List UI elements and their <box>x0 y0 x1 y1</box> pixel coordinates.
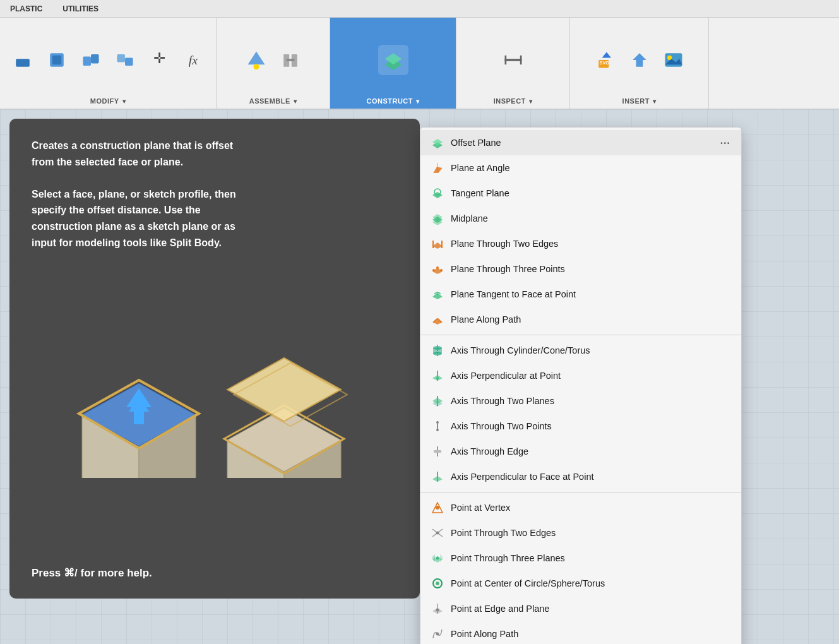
construct-label[interactable]: CONSTRUCT ▾ <box>366 97 419 106</box>
svg-text:fx: fx <box>189 53 198 67</box>
menu-utilities[interactable]: UTILITIES <box>59 3 102 15</box>
assemble-label[interactable]: ASSEMBLE ▾ <box>249 97 297 106</box>
point-two-edges-label: Point Through Two Edges <box>451 528 731 538</box>
menu-item-plane-tangent-face[interactable]: Plane Tangent to Face at Point <box>420 282 741 307</box>
assemble-tool-1[interactable] <box>241 45 271 75</box>
svg-point-79 <box>436 532 439 535</box>
insert-tool-3[interactable] <box>658 45 689 75</box>
tangent-plane-icon <box>431 186 444 200</box>
svg-rect-18 <box>504 56 506 64</box>
svg-point-90 <box>436 633 439 636</box>
toolbar-section-insert: SVG INSERT ▾ <box>570 18 709 109</box>
inspect-dropdown-arrow: ▾ <box>529 98 533 105</box>
menu-item-offset-plane[interactable]: Offset Plane ⋯ <box>420 130 741 155</box>
svg-marker-37 <box>227 358 341 421</box>
svg-rect-17 <box>504 59 521 61</box>
plane-along-path-icon <box>431 313 444 326</box>
menu-item-axis-perp-face[interactable]: Axis Perpendicular to Face at Point <box>420 464 741 489</box>
menu-item-point-along-path[interactable]: Point Along Path <box>420 621 741 644</box>
svg-marker-16 <box>384 53 402 64</box>
modify-tool-2[interactable] <box>42 45 72 75</box>
insert-dropdown-arrow: ▾ <box>653 98 657 105</box>
modify-label[interactable]: MODIFY ▾ <box>90 97 126 106</box>
preview-panel: Creates a construction plane that is off… <box>9 119 420 599</box>
axis-two-planes-icon <box>431 394 444 408</box>
svg-text:SVG: SVG <box>599 60 609 66</box>
menu-item-point-edge-plane[interactable]: Point at Edge and Plane <box>420 596 741 621</box>
menu-item-midplane[interactable]: Midplane <box>420 206 741 231</box>
menu-item-point-vertex[interactable]: Point at Vertex <box>420 495 741 520</box>
assemble-tools <box>241 23 306 97</box>
svg-point-52 <box>432 269 435 271</box>
axis-edge-label: Axis Through Edge <box>451 446 731 456</box>
canvas-area[interactable]: Creates a construction plane that is off… <box>0 109 839 644</box>
menu-item-plane-two-edges[interactable]: Plane Through Two Edges <box>420 231 741 256</box>
menu-item-point-three-planes[interactable]: Point Through Three Planes <box>420 546 741 571</box>
menu-item-axis-cylinder[interactable]: Axis Through Cylinder/Cone/Torus <box>420 338 741 363</box>
axis-perp-point-label: Axis Perpendicular at Point <box>451 371 731 381</box>
menu-item-point-center[interactable]: Point at Center of Circle/Sphere/Torus <box>420 571 741 596</box>
axis-perp-face-icon <box>431 470 444 484</box>
plane-three-points-icon <box>431 262 444 276</box>
midplane-icon <box>431 212 444 225</box>
svg-rect-7 <box>125 57 133 66</box>
offset-plane-icon <box>431 136 444 150</box>
menu-item-plane-along-path[interactable]: Plane Along Path <box>420 307 741 332</box>
menu-item-axis-two-planes[interactable]: Axis Through Two Planes <box>420 388 741 414</box>
menu-item-plane-at-angle[interactable]: Plane at Angle <box>420 155 741 181</box>
modify-tool-3[interactable] <box>76 45 106 75</box>
preview-image <box>32 270 398 484</box>
inspect-label[interactable]: INSPECT ▾ <box>494 97 533 106</box>
modify-tool-1[interactable] <box>8 45 38 75</box>
svg-point-76 <box>436 506 439 510</box>
offset-plane-label: Offset Plane <box>451 138 712 148</box>
menu-item-axis-edge[interactable]: Axis Through Edge <box>420 439 741 464</box>
axis-two-points-icon <box>431 419 444 433</box>
menu-item-axis-two-points[interactable]: Axis Through Two Points <box>420 414 741 439</box>
construct-tools <box>378 23 408 97</box>
axis-edge-icon <box>431 444 444 458</box>
modify-tool-4[interactable] <box>110 45 140 75</box>
menu-item-tangent-plane[interactable]: Tangent Plane <box>420 181 741 206</box>
toolbar-section-modify: ✛ fx MODIFY ▾ <box>0 18 217 109</box>
tangent-plane-label: Tangent Plane <box>451 188 731 198</box>
offset-plane-more[interactable]: ⋯ <box>718 136 731 149</box>
preview-shortcut: Press ⌘/ for more help. <box>32 566 152 580</box>
top-menu-bar: PLASTIC UTILITIES <box>0 0 839 18</box>
inspect-tools <box>498 23 528 97</box>
svg-point-70 <box>436 429 439 431</box>
svg-point-56 <box>437 294 439 295</box>
point-three-planes-icon <box>431 551 444 565</box>
plane-two-edges-label: Plane Through Two Edges <box>451 239 731 249</box>
toolbar-section-inspect: INSPECT ▾ <box>456 18 570 109</box>
menu-plastic[interactable]: PLASTIC <box>6 3 46 15</box>
formula-tool[interactable]: fx <box>178 45 208 75</box>
construct-tool-1[interactable] <box>378 45 408 75</box>
move-tool[interactable]: ✛ <box>144 45 174 75</box>
svg-rect-72 <box>434 450 441 453</box>
assemble-tool-2[interactable] <box>275 45 306 75</box>
svg-text:✛: ✛ <box>153 50 165 66</box>
point-edge-plane-icon <box>431 602 444 616</box>
point-three-planes-label: Point Through Three Planes <box>451 553 731 563</box>
plane-at-angle-icon <box>431 161 444 175</box>
preview-description: Creates a construction plane that is off… <box>32 138 398 251</box>
point-along-path-icon <box>431 627 444 641</box>
dropdown-menu: Offset Plane ⋯ Plane at Angle Tangent Pl… <box>420 127 742 644</box>
svg-rect-1 <box>16 59 30 67</box>
menu-item-point-two-edges[interactable]: Point Through Two Edges <box>420 520 741 546</box>
insert-tool-2[interactable] <box>624 45 655 75</box>
plane-along-path-label: Plane Along Path <box>451 314 731 325</box>
menu-item-axis-perp-point[interactable]: Axis Perpendicular at Point <box>420 363 741 388</box>
svg-point-89 <box>436 609 439 612</box>
assemble-dropdown-arrow: ▾ <box>294 98 297 105</box>
plane-tangent-face-icon <box>431 287 444 301</box>
menu-item-plane-three-points[interactable]: Plane Through Three Points <box>420 256 741 282</box>
axis-cylinder-icon <box>431 343 444 357</box>
svg-point-69 <box>436 421 439 424</box>
point-along-path-label: Point Along Path <box>451 629 731 639</box>
point-two-edges-icon <box>431 526 444 540</box>
inspect-tool-1[interactable] <box>498 45 528 75</box>
insert-label[interactable]: INSERT ▾ <box>622 97 657 106</box>
insert-tool-1[interactable]: SVG <box>590 45 621 75</box>
